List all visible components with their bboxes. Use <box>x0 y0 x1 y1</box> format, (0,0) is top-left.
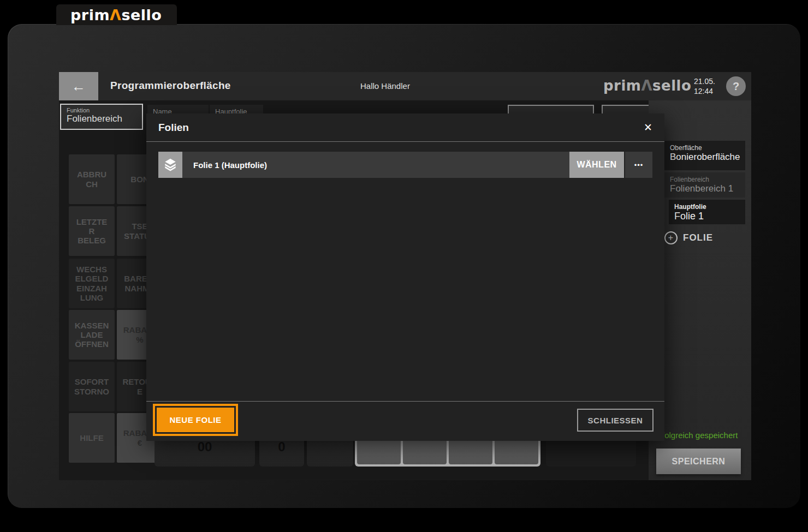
field-label: Oberfläche <box>670 144 740 152</box>
folie-name: Folie 1 (Hauptfolie) <box>182 152 569 178</box>
saved-status-message: folgreich gespeichert <box>662 431 738 440</box>
back-arrow-icon: ← <box>72 78 86 95</box>
field-value: Folie 1 <box>674 211 740 222</box>
function-button-wechselgeld[interactable]: WECHSELGELD EINZAHLUNG <box>69 259 115 308</box>
field-oberflaeche[interactable]: Oberfläche Bonieroberfläche <box>664 141 745 170</box>
page-title: Programmieroberfläche <box>110 80 231 92</box>
funktion-selector[interactable]: Funktion Folienbereich <box>60 104 143 130</box>
waehlen-button[interactable]: WÄHLEN <box>569 152 624 178</box>
modal-footer: NEUE FOLIE SCHLIESSEN <box>146 401 664 441</box>
modal-title: Folien <box>158 122 189 134</box>
field-hauptfolie[interactable]: Hauptfolie Folie 1 <box>669 200 745 224</box>
field-value: Folienbereich 1 <box>670 183 740 194</box>
funktion-value: Folienbereich <box>67 113 136 124</box>
ellipsis-icon: ••• <box>634 161 644 169</box>
funktion-label: Funktion <box>67 107 136 113</box>
add-folie-button[interactable]: + FOLIE <box>664 231 713 244</box>
layers-icon <box>158 152 182 178</box>
schliessen-button[interactable]: SCHLIESSEN <box>577 409 653 432</box>
function-button-hilfe[interactable]: HILFE <box>69 413 115 463</box>
close-icon[interactable]: ✕ <box>644 121 652 134</box>
brand-tab: primΛsello <box>56 4 177 25</box>
primasello-logo: primΛsello <box>70 8 162 22</box>
function-button-sofort-storno[interactable]: SOFORT STORNO <box>69 362 115 411</box>
more-options-button[interactable]: ••• <box>625 152 652 178</box>
date-text: 21.05. <box>694 76 715 86</box>
add-folie-label: FOLIE <box>683 232 713 243</box>
field-folienbereich[interactable]: Folienbereich Folienbereich 1 <box>664 172 745 198</box>
function-button-letzter-beleg[interactable]: LETZTER BELEG <box>69 206 115 256</box>
modal-header: Folien ✕ <box>146 113 664 142</box>
user-greeting: Hallo Händler <box>360 81 410 91</box>
function-button-kassenlade[interactable]: KASSENLADE ÖFFNEN <box>69 310 115 360</box>
datetime-display: 21.05. 12:44 <box>694 76 715 96</box>
neue-folie-button[interactable]: NEUE FOLIE <box>153 404 238 436</box>
back-button[interactable]: ← <box>59 72 98 100</box>
field-value: Bonieroberfläche <box>670 152 740 163</box>
field-label: Hauptfolie <box>674 203 740 211</box>
folie-list-item: Folie 1 (Hauptfolie) WÄHLEN ••• <box>158 152 652 178</box>
function-button-abbruch[interactable]: ABBRUCH <box>69 154 115 204</box>
field-label: Folienbereich <box>670 176 740 183</box>
speichern-button[interactable]: SPEICHERN <box>656 449 741 474</box>
question-mark-icon: ? <box>733 80 739 93</box>
app-header: ← Programmieroberfläche Hallo Händler pr… <box>59 72 751 100</box>
folien-modal: Folien ✕ Folie 1 (Hauptfolie) WÄHLEN •••… <box>146 113 664 441</box>
plus-circle-icon: + <box>664 231 678 244</box>
time-text: 12:44 <box>694 86 715 96</box>
help-button[interactable]: ? <box>726 76 746 96</box>
header-primasello-logo: primΛsello <box>603 77 691 94</box>
